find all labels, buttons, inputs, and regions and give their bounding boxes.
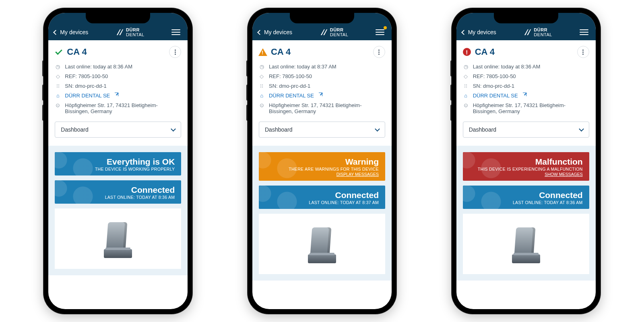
connection-card-title: Connected	[265, 190, 379, 200]
connection-card-sub: LAST ONLINE: TODAY AT 8:37 AM	[265, 200, 379, 205]
view-select[interactable]: Dashboard	[55, 122, 181, 138]
status-cards: Warning THERE ARE WARNINGS FOR THIS DEVI…	[252, 146, 392, 281]
sn-value: SN: dmo-prc-dd-1	[269, 83, 310, 89]
status-card: Everything is OK THE DEVICE IS WORKING P…	[55, 152, 181, 175]
back-button[interactable]: My devices	[258, 29, 292, 35]
connection-card: Connected LAST ONLINE: TODAY AT 8:37 AM	[259, 186, 385, 209]
view-select[interactable]: Dashboard	[463, 122, 589, 138]
device-meta: ◷Last online: today at 8:36 AM ◇REF: 780…	[463, 64, 589, 114]
brand-mark-icon	[116, 28, 124, 37]
connection-card-title: Connected	[61, 185, 175, 194]
device-image	[308, 225, 336, 263]
device-meta: ◷Last online: today at 8:37 AM ◇REF: 780…	[259, 64, 385, 114]
status-card-link[interactable]: DISPLAY MESSAGES	[265, 172, 379, 177]
tag-icon: ◇	[259, 73, 265, 79]
connection-card-sub: LAST ONLINE: TODAY AT 8:36 AM	[61, 195, 175, 200]
screen: My devices DÜRRDENTAL CA 4 ◷Last online:…	[48, 13, 188, 309]
brand-top: DÜRR	[534, 27, 552, 32]
brand-logo: DÜRRDENTAL	[116, 27, 144, 37]
connection-card-sub: LAST ONLINE: TODAY AT 8:36 AM	[469, 200, 583, 205]
meta-ref: ◇REF: 7805-100-50	[55, 73, 181, 79]
content-area: CA 4 ◷Last online: today at 8:37 AM ◇REF…	[252, 40, 392, 286]
back-button[interactable]: My devices	[462, 29, 496, 35]
barcode-icon: ⁝⁝	[463, 83, 469, 89]
status-card-sub: THE DEVICE IS WORKING PROPERLY	[61, 167, 175, 171]
menu-button[interactable]	[171, 28, 182, 37]
clock-icon: ◷	[55, 64, 61, 70]
menu-button[interactable]	[580, 28, 590, 37]
building-icon: ⌂	[55, 93, 61, 99]
barcode-icon: ⁝⁝	[55, 83, 61, 89]
chevron-down-icon	[579, 126, 584, 132]
meta-org-link[interactable]: ⌂DÜRR DENTAL SE	[55, 93, 181, 99]
ref-value: REF: 7805-100-50	[269, 73, 312, 79]
more-menu-button[interactable]	[169, 46, 181, 58]
device-meta: ◷Last online: today at 8:36 AM ◇REF: 780…	[55, 64, 181, 114]
status-card-title: Warning	[265, 157, 379, 166]
brand-logo: DÜRRDENTAL	[320, 27, 349, 37]
status-card-sub: THIS DEVICE IS EXPERIENCING A MALFUNCTIO…	[469, 167, 583, 171]
more-menu-button[interactable]	[577, 46, 589, 58]
meta-last-online: ◷Last online: today at 8:37 AM	[259, 64, 385, 70]
status-card-link[interactable]: SHOW MESSAGES	[469, 172, 583, 177]
app-header: My devices DÜRRDENTAL	[456, 13, 596, 40]
barcode-icon: ⁝⁝	[259, 83, 265, 89]
tag-icon: ◇	[55, 73, 61, 79]
meta-last-online: ◷Last online: today at 8:36 AM	[463, 64, 589, 70]
hamburger-icon	[580, 29, 588, 35]
building-icon: ⌂	[463, 93, 469, 99]
external-link-icon	[115, 93, 118, 96]
external-link-icon	[523, 93, 526, 96]
back-button[interactable]: My devices	[54, 29, 88, 35]
chevron-left-icon	[461, 30, 466, 35]
content-area: CA 4 ◷Last online: today at 8:36 AM ◇REF…	[48, 40, 188, 281]
phone-frame: My devices DÜRRDENTAL CA 4 ◷Last online:	[248, 8, 396, 314]
brand-bottom: DENTAL	[126, 32, 144, 37]
meta-ref: ◇REF: 7805-100-50	[259, 73, 385, 79]
last-online-value: Last online: today at 8:36 AM	[473, 64, 541, 70]
ref-value: REF: 7805-100-50	[473, 73, 516, 79]
product-image-panel	[463, 214, 589, 274]
meta-org-link[interactable]: ⌂DÜRR DENTAL SE	[259, 93, 385, 99]
menu-button[interactable]	[376, 28, 386, 37]
chevron-down-icon	[375, 126, 380, 132]
org-name: DÜRR DENTAL SE	[65, 93, 110, 99]
clock-icon: ◷	[463, 64, 469, 70]
phone-frame: My devices DÜRRDENTAL ! CA 4 ◷Last onlin…	[452, 8, 601, 314]
chevron-left-icon	[257, 30, 262, 35]
select-value: Dashboard	[469, 126, 497, 133]
brand-bottom: DENTAL	[330, 32, 349, 37]
device-title: CA 4	[67, 47, 87, 57]
product-image-panel	[55, 208, 181, 269]
more-menu-button[interactable]	[373, 46, 385, 58]
address-value: Höpfigheimer Str. 17, 74321 Bietigheim-B…	[473, 102, 589, 114]
screen: My devices DÜRRDENTAL ! CA 4 ◷Last onlin…	[456, 13, 596, 309]
meta-sn: ⁝⁝SN: dmo-prc-dd-1	[55, 83, 181, 89]
last-online-value: Last online: today at 8:36 AM	[65, 64, 132, 70]
view-select[interactable]: Dashboard	[259, 122, 385, 138]
select-value: Dashboard	[61, 126, 89, 133]
connection-card-title: Connected	[469, 190, 583, 200]
brand-mark-icon	[523, 28, 532, 37]
ref-value: REF: 7805-100-50	[65, 73, 108, 79]
meta-sn: ⁝⁝SN: dmo-prc-dd-1	[463, 83, 589, 89]
back-label: My devices	[264, 29, 292, 35]
clock-icon: ◷	[259, 64, 265, 70]
external-link-icon	[319, 93, 322, 96]
brand-top: DÜRR	[126, 27, 144, 32]
meta-address: ⊙Höpfigheimer Str. 17, 74321 Bietigheim-…	[55, 102, 181, 114]
connection-card: Connected LAST ONLINE: TODAY AT 8:36 AM	[463, 186, 589, 209]
status-card: Malfunction THIS DEVICE IS EXPERIENCING …	[463, 152, 589, 181]
brand-mark-icon	[320, 28, 328, 37]
status-card: Warning THERE ARE WARNINGS FOR THIS DEVI…	[259, 152, 385, 181]
chevron-down-icon	[171, 126, 176, 132]
org-name: DÜRR DENTAL SE	[473, 93, 518, 99]
brand-logo: DÜRRDENTAL	[523, 27, 552, 37]
hamburger-icon	[376, 29, 384, 35]
brand-bottom: DENTAL	[534, 32, 552, 37]
content-area: ! CA 4 ◷Last online: today at 8:36 AM ◇R…	[456, 40, 596, 286]
address-value: Höpfigheimer Str. 17, 74321 Bietigheim-B…	[65, 102, 181, 114]
app-header: My devices DÜRRDENTAL	[252, 13, 392, 40]
meta-org-link[interactable]: ⌂DÜRR DENTAL SE	[463, 93, 589, 99]
status-card-title: Malfunction	[469, 157, 583, 166]
